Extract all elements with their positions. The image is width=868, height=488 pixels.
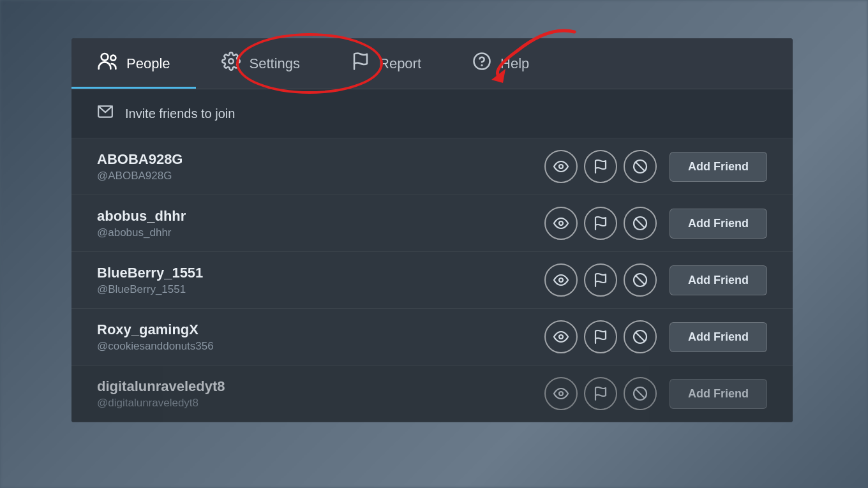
flag-button[interactable] bbox=[584, 263, 617, 297]
view-profile-button[interactable] bbox=[544, 320, 578, 353]
user-name: digitalunraveledyt8 bbox=[97, 378, 532, 396]
tab-people-label: People bbox=[126, 55, 170, 72]
user-handle: @BlueBerry_1551 bbox=[97, 283, 532, 296]
svg-line-26 bbox=[636, 389, 645, 398]
add-friend-button[interactable]: Add Friend bbox=[670, 152, 767, 182]
user-actions: Add Friend bbox=[544, 207, 767, 240]
flag-button[interactable] bbox=[584, 207, 617, 240]
user-info: abobus_dhhr @abobus_dhhr bbox=[97, 207, 532, 240]
add-friend-button[interactable]: Add Friend bbox=[670, 379, 767, 409]
add-friend-button[interactable]: Add Friend bbox=[670, 265, 767, 295]
tab-bar: People Settings Report bbox=[71, 38, 793, 89]
user-actions: Add Friend bbox=[544, 263, 767, 297]
add-friend-button[interactable]: Add Friend bbox=[670, 209, 767, 239]
tab-help-label: Help bbox=[500, 55, 529, 72]
invite-row[interactable]: Invite friends to join bbox=[71, 89, 793, 138]
invite-label: Invite friends to join bbox=[125, 107, 235, 121]
user-actions: Add Friend bbox=[544, 320, 767, 353]
envelope-icon bbox=[97, 103, 114, 124]
block-button[interactable] bbox=[624, 320, 657, 353]
svg-point-19 bbox=[559, 335, 563, 339]
flag-button[interactable] bbox=[584, 150, 617, 183]
user-actions: Add Friend bbox=[544, 377, 767, 410]
tab-report[interactable]: Report bbox=[326, 38, 447, 89]
block-button[interactable] bbox=[624, 150, 657, 183]
help-icon bbox=[472, 52, 491, 75]
svg-line-10 bbox=[636, 162, 645, 171]
tab-settings-label: Settings bbox=[250, 55, 301, 72]
user-name: BlueBerry_1551 bbox=[97, 264, 532, 283]
svg-point-15 bbox=[559, 278, 563, 282]
flag-button[interactable] bbox=[584, 320, 617, 353]
user-info: ABOBA928G @ABOBA928G bbox=[97, 151, 532, 183]
user-row: BlueBerry_1551 @BlueBerry_1551 bbox=[71, 252, 793, 309]
content-area: Invite friends to join ABOBA928G @ABOBA9… bbox=[71, 89, 793, 422]
add-friend-button[interactable]: Add Friend bbox=[670, 322, 767, 352]
block-button[interactable] bbox=[624, 263, 657, 297]
panel: People Settings Report bbox=[71, 38, 793, 422]
svg-line-22 bbox=[636, 332, 645, 341]
user-row: ABOBA928G @ABOBA928G bbox=[71, 138, 793, 195]
svg-point-1 bbox=[110, 55, 116, 61]
tab-report-label: Report bbox=[379, 55, 421, 72]
svg-point-0 bbox=[101, 54, 108, 61]
user-row: digitalunraveledyt8 @digitalunraveledyt8 bbox=[71, 366, 793, 422]
view-profile-button[interactable] bbox=[544, 263, 578, 297]
flag-button[interactable] bbox=[584, 377, 617, 410]
tab-help[interactable]: Help bbox=[447, 38, 555, 89]
user-name: abobus_dhhr bbox=[97, 207, 532, 226]
user-info: digitalunraveledyt8 @digitalunraveledyt8 bbox=[97, 378, 532, 410]
svg-point-11 bbox=[559, 221, 563, 225]
block-button[interactable] bbox=[624, 377, 657, 410]
people-icon bbox=[97, 51, 117, 76]
user-row: Roxy_gamingX @cookiesanddonuts356 bbox=[71, 309, 793, 366]
svg-line-18 bbox=[636, 276, 645, 285]
user-name: Roxy_gamingX bbox=[97, 321, 532, 339]
user-info: Roxy_gamingX @cookiesanddonuts356 bbox=[97, 321, 532, 353]
user-handle: @digitalunraveledyt8 bbox=[97, 397, 532, 410]
user-actions: Add Friend bbox=[544, 150, 767, 183]
svg-point-23 bbox=[559, 392, 563, 396]
settings-icon bbox=[221, 52, 241, 75]
tab-people[interactable]: People bbox=[71, 38, 196, 89]
tab-settings[interactable]: Settings bbox=[196, 38, 326, 89]
user-info: BlueBerry_1551 @BlueBerry_1551 bbox=[97, 264, 532, 297]
svg-point-2 bbox=[228, 59, 234, 64]
view-profile-button[interactable] bbox=[544, 377, 578, 410]
svg-line-14 bbox=[636, 219, 645, 228]
user-handle: @ABOBA928G bbox=[97, 170, 532, 182]
block-button[interactable] bbox=[624, 207, 657, 240]
report-icon bbox=[351, 52, 370, 75]
svg-point-7 bbox=[559, 165, 563, 168]
user-handle: @abobus_dhhr bbox=[97, 226, 532, 239]
user-row: abobus_dhhr @abobus_dhhr bbox=[71, 195, 793, 252]
view-profile-button[interactable] bbox=[544, 150, 578, 183]
view-profile-button[interactable] bbox=[544, 207, 578, 240]
user-handle: @cookiesanddonuts356 bbox=[97, 340, 532, 353]
user-name: ABOBA928G bbox=[97, 151, 532, 169]
